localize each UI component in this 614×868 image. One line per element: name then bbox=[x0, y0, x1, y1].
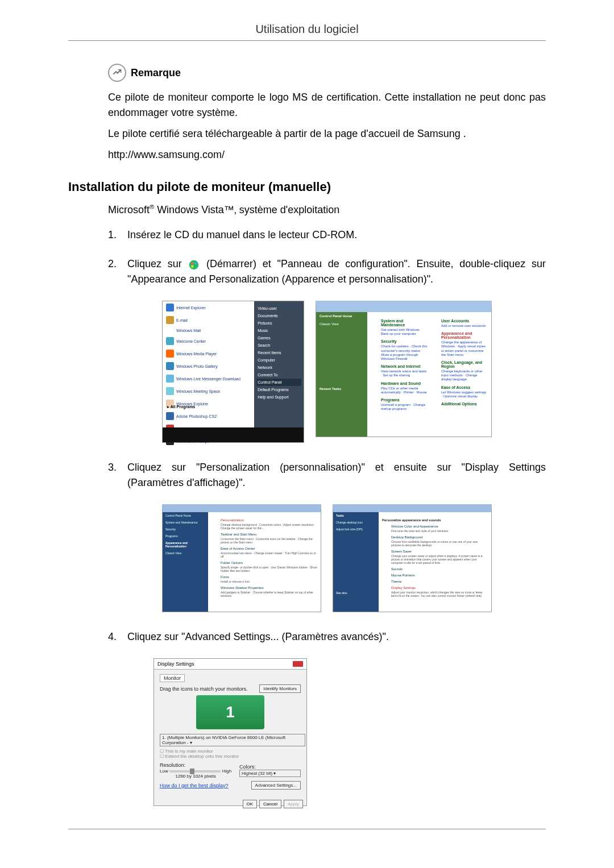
note-url: http://www.samsung.com/ bbox=[108, 147, 546, 163]
ap-left: Security bbox=[163, 526, 208, 533]
cp-cat: Clock, Language, and Region bbox=[441, 360, 488, 368]
sm-item: Windows Mail bbox=[176, 329, 201, 333]
display-settings-screenshot: Display Settings Monitor Drag the icons … bbox=[154, 658, 307, 806]
smr-item: Computer bbox=[256, 356, 301, 364]
page-header: Utilisation du logiciel bbox=[68, 23, 546, 41]
svg-rect-4 bbox=[194, 265, 197, 268]
ap-item: Taskbar and Start Menu bbox=[221, 533, 317, 536]
ap-left-active: Appearance and Personalization bbox=[163, 539, 208, 550]
apply-button[interactable]: Apply bbox=[284, 800, 303, 808]
resolution-slider[interactable] bbox=[169, 770, 221, 773]
smr-item: Pictures bbox=[256, 319, 301, 327]
sm-item: Welcome Center bbox=[176, 339, 206, 343]
sm-item: E-mail bbox=[176, 318, 188, 322]
advanced-settings-button[interactable]: Advanced Settings... bbox=[251, 781, 301, 790]
cp-sub: Uninstall a program · Change startup pro… bbox=[381, 403, 428, 411]
pz-item-highlight: Display Settings bbox=[391, 586, 488, 589]
sm-item: Internet Explorer bbox=[176, 306, 206, 310]
cp-cat: Additional Options bbox=[441, 402, 488, 406]
step-number-4: 4. bbox=[108, 629, 127, 645]
smr-item: Search bbox=[256, 342, 301, 349]
cp-left-item: Control Panel Home bbox=[316, 312, 367, 320]
cp-sub: Let Windows suggest settings · Optimize … bbox=[441, 391, 488, 398]
cp-cat: Hardware and Sound bbox=[381, 381, 428, 385]
section-heading: Installation du pilote de moniteur (manu… bbox=[68, 180, 546, 194]
ap-sub: Change desktop background · Customize co… bbox=[221, 523, 317, 530]
smr-item: Default Programs bbox=[256, 386, 301, 393]
pz-sub: Adjust your monitor resolution, which ch… bbox=[391, 591, 488, 597]
pz-item: Window Color and Appearance bbox=[391, 525, 488, 528]
ap-item: Windows Sidebar Properties bbox=[221, 586, 317, 589]
main-monitor-checkbox[interactable]: This is my main monitor bbox=[165, 749, 213, 754]
ap-sub: Add gadgets to Sidebar · Choose whether … bbox=[221, 591, 317, 597]
smr-item: Network bbox=[256, 364, 301, 371]
step-text-3: Cliquez sur "Personalization (personnali… bbox=[127, 460, 546, 491]
ap-left: Control Panel Home bbox=[163, 512, 208, 519]
cancel-button[interactable]: Cancel bbox=[259, 800, 281, 808]
cp-cat: System and Maintenance bbox=[381, 319, 428, 327]
cp-cat: Programs bbox=[381, 398, 428, 402]
ap-item: Folder Options bbox=[221, 561, 317, 564]
appearance-screenshot: Control Panel Home System and Maintenanc… bbox=[162, 504, 321, 612]
pz-item: Screen Saver bbox=[391, 550, 488, 553]
ok-button[interactable]: OK bbox=[243, 800, 258, 808]
cp-sub: Add or remove user accounts bbox=[441, 324, 488, 328]
smr-item: Connect To bbox=[256, 371, 301, 379]
cp-cat-highlight: Appearance and Personalization bbox=[441, 331, 488, 339]
cp-recent: Recent Tasks bbox=[320, 387, 341, 391]
os-intro: Microsoft® Windows Vista™‚ système d'exp… bbox=[108, 203, 546, 216]
smr-item: Control Panel bbox=[256, 379, 301, 386]
ap-item: Ease of Access Center bbox=[221, 547, 317, 550]
ap-sub: Specify single- or double-click to open … bbox=[221, 566, 317, 572]
smr-item: Games bbox=[256, 334, 301, 342]
pz-sub: Choose from available backgrounds or col… bbox=[391, 540, 488, 547]
sm-item: Windows Live Messenger Download bbox=[176, 377, 240, 381]
pz-left: Tasks bbox=[333, 512, 379, 519]
pz-item: Theme bbox=[391, 580, 488, 583]
extend-desktop-checkbox[interactable]: Extend the desktop onto this monitor bbox=[165, 754, 239, 759]
colors-label: Colors: bbox=[239, 764, 301, 770]
pz-sub: Change your screen saver or adjust when … bbox=[391, 554, 488, 564]
pz-left: Change desktop icon bbox=[333, 519, 379, 526]
control-panel-screenshot: Control Panel Home Classic View Recent T… bbox=[316, 301, 492, 437]
step-text-4: Cliquez sur "Advanced Settings... (Param… bbox=[127, 629, 546, 645]
step-text-2: Cliquez sur (Démarrer) et "Panneau de co… bbox=[127, 256, 546, 287]
cp-cat: Security bbox=[381, 339, 428, 343]
smr-item: Music bbox=[256, 327, 301, 334]
ds-tab: Monitor bbox=[160, 674, 185, 682]
help-link[interactable]: How do I get the best display? bbox=[160, 783, 229, 788]
smr-item: Recent Items bbox=[256, 349, 301, 356]
cp-cat: Network and Internet bbox=[381, 364, 428, 368]
monitor-dropdown[interactable]: 1. (Multiple Monitors) on NVIDIA GeForce… bbox=[160, 734, 305, 746]
cp-left-item: Classic View bbox=[316, 320, 367, 328]
pz-sub: Fine tune the color and style of your wi… bbox=[391, 529, 488, 533]
cp-sub: View network status and tasks · Set up f… bbox=[381, 369, 428, 377]
start-menu-screenshot: Internet Explorer E-mail Windows Mail We… bbox=[162, 301, 304, 443]
footer-rule bbox=[68, 829, 546, 829]
cp-cat: Ease of Access bbox=[441, 385, 488, 389]
personalize-screenshot: Tasks Change desktop icon Adjust font si… bbox=[333, 504, 492, 612]
sm-item: Adobe Photoshop CS2 bbox=[176, 414, 217, 418]
cp-sub: Get started with Windows · Back up your … bbox=[381, 328, 428, 336]
ap-item: Fonts bbox=[221, 575, 317, 579]
start-orb-icon bbox=[189, 259, 199, 269]
intro-a: Microsoft bbox=[108, 204, 150, 215]
step-text-1: Insérez le CD du manuel dans le lecteur … bbox=[127, 227, 546, 243]
ap-left: System and Maintenance bbox=[163, 519, 208, 526]
note-title: Remarque bbox=[131, 67, 181, 79]
smr-item: Help and Support bbox=[256, 393, 301, 401]
sm-item: Windows Media Player bbox=[176, 352, 217, 356]
colors-dropdown[interactable]: Highest (32 bit) ▾ bbox=[239, 770, 301, 777]
step-number-2: 2. bbox=[108, 256, 127, 287]
identify-monitors-button[interactable]: Identify Monitors bbox=[259, 684, 301, 693]
ds-drag-text: Drag the icons to match your monitors. bbox=[160, 686, 248, 692]
step-number-3: 3. bbox=[108, 460, 127, 491]
note-paragraph-1: Ce pilote de moniteur comporte le logo M… bbox=[108, 90, 546, 121]
pz-item: Sounds bbox=[391, 567, 488, 571]
cp-sub: Play CDs or other media automatically · … bbox=[381, 387, 428, 394]
monitor-preview: 1 bbox=[196, 695, 264, 729]
ap-left: Programs bbox=[163, 533, 208, 539]
res-low: Low bbox=[160, 769, 168, 774]
ap-item: Personalization bbox=[221, 518, 317, 522]
svg-point-0 bbox=[189, 260, 199, 270]
